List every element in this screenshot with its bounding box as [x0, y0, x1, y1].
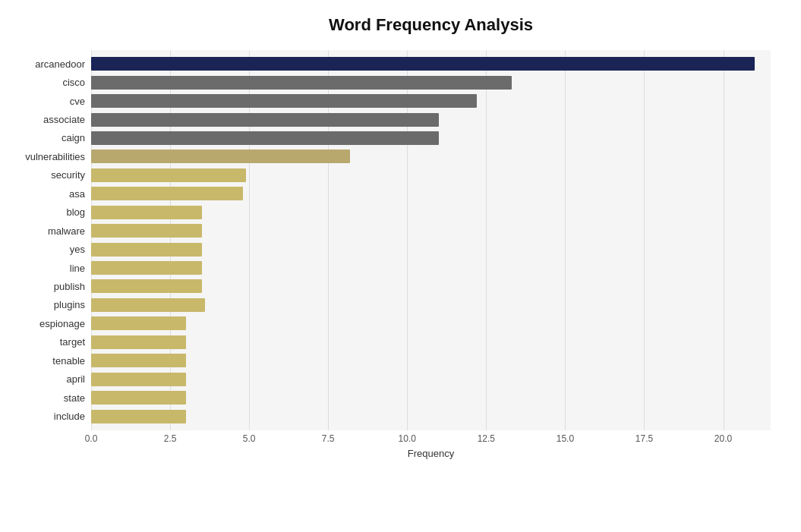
bar-label: cisco	[2, 77, 85, 88]
bar	[91, 373, 186, 386]
bar-row: tenable	[91, 352, 771, 369]
bar	[91, 316, 186, 330]
chart-area: arcanedoorciscocveassociatecaignvulnerab…	[91, 50, 771, 461]
x-axis: 0.02.55.07.510.012.515.017.520.0 Frequen…	[91, 430, 771, 461]
bar-row: target	[91, 334, 771, 351]
bar	[91, 168, 246, 182]
bar-label: associate	[2, 114, 85, 125]
bar	[91, 243, 202, 257]
chart-container: Word Frequency Analysis arcanedoorciscoc…	[0, 0, 801, 532]
bars-wrapper: arcanedoorciscocveassociatecaignvulnerab…	[91, 50, 771, 430]
bar-row: line	[91, 260, 771, 276]
chart-title: Word Frequency Analysis	[91, 15, 771, 35]
bar-row: cisco	[91, 74, 771, 91]
bar	[91, 391, 186, 405]
bar	[91, 298, 205, 312]
bar-label: target	[2, 336, 85, 348]
bar-row: asa	[91, 185, 771, 202]
x-tick-label: 0.0	[85, 433, 98, 444]
bar-row: cve	[91, 93, 771, 109]
bar-label: line	[2, 263, 85, 274]
bar-label: asa	[2, 188, 85, 200]
bar-row: publish	[91, 278, 771, 294]
bar	[91, 206, 202, 219]
bar-label: security	[2, 169, 85, 181]
bar	[91, 113, 439, 127]
x-tick-label: 20.0	[714, 433, 732, 444]
bar-row: arcanedoor	[91, 55, 771, 72]
bar-row: associate	[91, 112, 771, 128]
bar-label: malware	[2, 225, 85, 237]
x-tick-label: 2.5	[164, 433, 177, 444]
bar	[91, 94, 477, 108]
bar	[91, 224, 202, 238]
bar	[91, 131, 439, 145]
bar-label: cve	[2, 96, 85, 107]
bar-row: caign	[91, 130, 771, 146]
bar-label: caign	[2, 132, 85, 143]
bar-row: espionage	[91, 315, 771, 332]
bar-label: include	[2, 411, 85, 422]
x-axis-label: Frequency	[91, 448, 771, 459]
bar-row: april	[91, 371, 771, 388]
bar-row: security	[91, 167, 771, 184]
bar-label: yes	[2, 244, 85, 255]
x-tick-label: 15.0	[557, 433, 574, 444]
x-tick-label: 10.0	[399, 433, 416, 444]
x-tick-label: 5.0	[243, 433, 256, 444]
bar-row: vulnerabilities	[91, 148, 771, 165]
bar	[91, 57, 755, 71]
bar-label: tenable	[2, 355, 85, 367]
bars-section: arcanedoorciscocveassociatecaignvulnerab…	[91, 50, 771, 430]
x-tick-label: 7.5	[322, 433, 335, 444]
bar-label: blog	[2, 206, 85, 218]
bar-row: yes	[91, 241, 771, 258]
bar	[91, 76, 512, 90]
bar-label: april	[2, 373, 85, 385]
bar-label: publish	[2, 281, 85, 292]
bar-label: arcanedoor	[2, 58, 85, 70]
bar-label: state	[2, 392, 85, 404]
x-tick-label: 12.5	[478, 433, 495, 444]
bar-row: state	[91, 389, 771, 406]
bar-label: plugins	[2, 299, 85, 310]
bar	[91, 187, 243, 200]
bar-label: espionage	[2, 318, 85, 329]
bar	[91, 335, 186, 349]
bar-row: malware	[91, 222, 771, 239]
bar	[91, 261, 202, 275]
bar-row: include	[91, 408, 771, 425]
bar	[91, 354, 186, 367]
x-tick-label: 17.5	[635, 433, 653, 444]
bar-label: vulnerabilities	[2, 151, 85, 162]
bar-row: blog	[91, 204, 771, 221]
bar	[91, 410, 186, 423]
bar-row: plugins	[91, 297, 771, 313]
bar	[91, 150, 350, 163]
bar	[91, 279, 202, 293]
